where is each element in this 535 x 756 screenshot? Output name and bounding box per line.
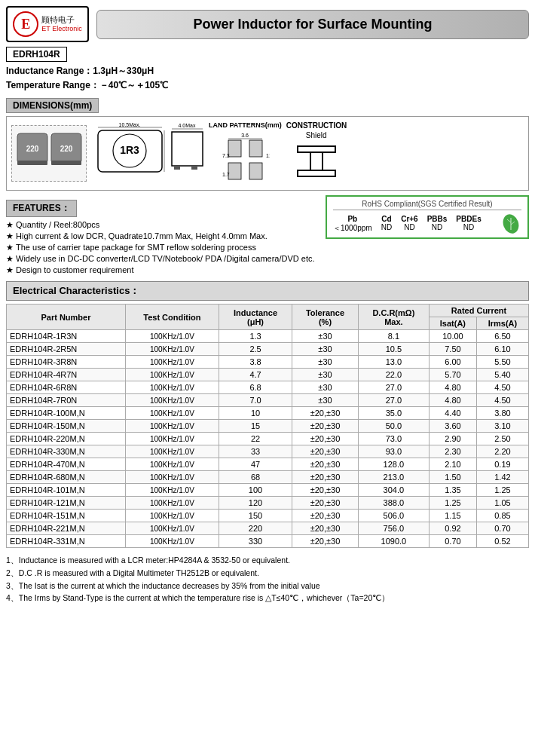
cell-tolerance: ±30: [292, 394, 358, 407]
svg-text:3.6: 3.6: [241, 133, 249, 138]
construction-label: CONSTRUCTION: [286, 121, 347, 130]
dimensions-section: 220 220 10.5Max. 1R3: [6, 116, 529, 191]
features-box: FEATURES： Quantity / Reel:800pcsHigh cur…: [6, 195, 318, 277]
cell-test-condition: 100KHz/1.0V: [125, 445, 219, 458]
cell-irms: 1.42: [476, 471, 528, 484]
inductance-range: Inductance Range：1.3μH～330μH: [6, 65, 529, 78]
cell-isat: 7.50: [430, 343, 477, 356]
cell-dcr: 213.0: [358, 471, 429, 484]
col-header-dcr: D.C.R(mΩ)Max.: [358, 305, 429, 330]
cell-test-condition: 100KHz/1.0V: [125, 522, 219, 535]
feature-item: Design to customer requirement: [6, 265, 318, 275]
cell-test-condition: 100KHz/1.0V: [125, 394, 219, 407]
cell-irms: 6.10: [476, 343, 528, 356]
page-header: E 顾特电子 ET Electronic Power Inductor for …: [6, 6, 529, 42]
col-header-rated-current: Rated Current: [430, 305, 529, 317]
cell-inductance: 220: [219, 522, 292, 535]
cell-tolerance: ±20,±30: [292, 445, 358, 458]
feature-item: The use of carrier tape package for SMT …: [6, 243, 318, 253]
cell-inductance: 7.0: [219, 394, 292, 407]
cell-irms: 5.40: [476, 369, 528, 381]
cell-tolerance: ±20,±30: [292, 535, 358, 548]
cell-tolerance: ±20,±30: [292, 433, 358, 445]
col-header-test-condition: Test Condition: [125, 305, 219, 330]
rohs-title: RoHS Compliant(SGS Certified Result): [333, 200, 521, 210]
temperature-range: Temperature Range：－40℃～＋105℃: [6, 79, 529, 92]
cell-part-number: EDRH104R-7R0N: [7, 394, 126, 407]
table-row: EDRH104R-7R0N 100KHz/1.0V 7.0 ±30 27.0 4…: [7, 394, 529, 407]
inductor-photo: 220 220: [11, 125, 87, 182]
table-row: EDRH104R-101M,N 100KHz/1.0V 100 ±20,±30 …: [7, 484, 529, 497]
feature-item: Quantity / Reel:800pcs: [6, 220, 318, 230]
cell-tolerance: ±30: [292, 330, 358, 343]
cell-tolerance: ±30: [292, 343, 358, 356]
cell-dcr: 73.0: [358, 433, 429, 445]
cell-inductance: 100: [219, 484, 292, 497]
svg-rect-18: [174, 166, 180, 170]
cell-dcr: 388.0: [358, 497, 429, 510]
svg-text:7.3: 7.3: [222, 153, 230, 158]
footer-note: 3、The Isat is the current at which the i…: [6, 580, 529, 592]
cell-dcr: 13.0: [358, 356, 429, 369]
cell-test-condition: 100KHz/1.0V: [125, 510, 219, 522]
table-row: EDRH104R-1R3N 100KHz/1.0V 1.3 ±30 8.1 10…: [7, 330, 529, 343]
cell-part-number: EDRH104R-151M,N: [7, 510, 126, 522]
cell-isat: 2.10: [430, 458, 477, 471]
cell-isat: 1.15: [430, 510, 477, 522]
cell-isat: 2.90: [430, 433, 477, 445]
cell-part-number: EDRH104R-150M,N: [7, 420, 126, 433]
cell-inductance: 4.7: [219, 369, 292, 381]
feature-item: High current & low DCR, Quadrate10.7mm M…: [6, 231, 318, 241]
cell-isat: 5.70: [430, 369, 477, 381]
cell-part-number: EDRH104R-680M,N: [7, 471, 126, 484]
construction-type: Shield: [286, 131, 347, 139]
logo-circle: E: [13, 11, 38, 37]
table-row: EDRH104R-150M,N 100KHz/1.0V 15 ±20,±30 5…: [7, 420, 529, 433]
cell-inductance: 3.8: [219, 356, 292, 369]
footer-note: 2、D.C .R is measured with a Digital Mult…: [6, 567, 529, 580]
cell-inductance: 68: [219, 471, 292, 484]
rohs-item: PBDEsND: [456, 215, 481, 234]
cell-tolerance: ±20,±30: [292, 420, 358, 433]
col-header-part-number: Part Number: [7, 305, 126, 330]
cell-part-number: EDRH104R-101M,N: [7, 484, 126, 497]
features-list: Quantity / Reel:800pcsHigh current & low…: [6, 220, 318, 275]
side-view-svg: 4.0Max 13.5Max: [170, 121, 204, 182]
cell-inductance: 150: [219, 510, 292, 522]
electrical-characteristics-header: Electrical Characteristics：: [6, 281, 529, 301]
company-logo: E 顾特电子 ET Electronic: [6, 6, 89, 42]
cell-dcr: 8.1: [358, 330, 429, 343]
cell-tolerance: ±30: [292, 381, 358, 394]
cell-isat: 1.25: [430, 497, 477, 510]
cell-dcr: 304.0: [358, 484, 429, 497]
svg-text:1R3: 1R3: [120, 144, 139, 156]
table-row: EDRH104R-3R8N 100KHz/1.0V 3.8 ±30 13.0 6…: [7, 356, 529, 369]
product-title: Power Inductor for Surface Mounting: [105, 17, 521, 32]
cell-tolerance: ±30: [292, 369, 358, 381]
cell-irms: 0.19: [476, 458, 528, 471]
table-row: EDRH104R-220M,N 100KHz/1.0V 22 ±20,±30 7…: [7, 433, 529, 445]
table-row: EDRH104R-121M,N 100KHz/1.0V 120 ±20,±30 …: [7, 497, 529, 510]
svg-text:220: 220: [26, 145, 38, 153]
cell-tolerance: ±20,±30: [292, 458, 358, 471]
rohs-item: Pb＜1000ppm: [333, 215, 372, 234]
cell-irms: 3.80: [476, 407, 528, 420]
cell-dcr: 128.0: [358, 458, 429, 471]
svg-rect-31: [298, 170, 335, 176]
table-row: EDRH104R-330M,N 100KHz/1.0V 33 ±20,±30 9…: [7, 445, 529, 458]
company-name-cn: 顾特电子: [41, 15, 81, 25]
svg-text:1.7: 1.7: [222, 172, 230, 177]
cell-dcr: 93.0: [358, 445, 429, 458]
svg-text:11.7: 11.7: [266, 153, 270, 158]
cell-test-condition: 100KHz/1.0V: [125, 343, 219, 356]
rohs-leaf-icon: [500, 213, 521, 234]
land-patterns-diagram: LAND PATTERNS(mm) 3.6 11.7 7.3 1.7: [209, 121, 282, 185]
cell-tolerance: ±30: [292, 356, 358, 369]
col-header-isat: Isat(A): [430, 317, 477, 330]
cell-inductance: 33: [219, 445, 292, 458]
rohs-row: Pb＜1000ppmCdNDCr+6NDPBBsNDPBDEsND: [333, 213, 521, 234]
top-view-diagram: 10.5Max. 1R3 10.7Max.: [94, 121, 166, 183]
cell-isat: 10.00: [430, 330, 477, 343]
cell-test-condition: 100KHz/1.0V: [125, 369, 219, 381]
svg-rect-29: [298, 146, 335, 152]
